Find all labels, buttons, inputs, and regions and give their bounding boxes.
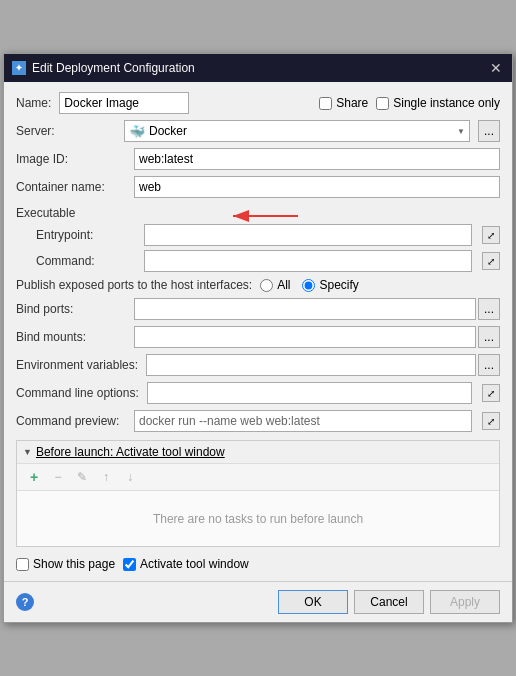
bind-ports-row: Bind ports: ...	[16, 298, 500, 320]
dialog-title: Edit Deployment Configuration	[32, 61, 195, 75]
radio-group: All Specify	[260, 278, 500, 292]
env-variables-input-group: ...	[146, 354, 500, 376]
command-label: Command:	[36, 254, 136, 268]
dropdown-arrow-icon: ▼	[457, 127, 465, 136]
radio-specify-text: Specify	[319, 278, 358, 292]
container-name-row: Container name:	[16, 176, 500, 198]
env-variables-input[interactable]	[146, 354, 476, 376]
container-name-input[interactable]	[134, 176, 500, 198]
bind-mounts-button[interactable]: ...	[478, 326, 500, 348]
entrypoint-input[interactable]	[144, 224, 472, 246]
before-launch-section: ▼ Before launch: Activate tool window + …	[16, 440, 500, 547]
entrypoint-row: Entrypoint: ⤢	[16, 224, 500, 246]
radio-all[interactable]	[260, 279, 273, 292]
bind-ports-label: Bind ports:	[16, 302, 126, 316]
remove-task-button[interactable]: −	[47, 467, 69, 487]
command-input[interactable]	[144, 250, 472, 272]
collapse-triangle-icon: ▼	[23, 447, 32, 457]
cmd-preview-label: Command preview:	[16, 414, 126, 428]
env-variables-label: Environment variables:	[16, 358, 138, 372]
options-checkboxes: Share Single instance only	[319, 96, 500, 110]
title-bar-left: ✦ Edit Deployment Configuration	[12, 61, 195, 75]
no-tasks-message: There are no tasks to run before launch	[153, 512, 363, 526]
cmd-options-expand-button[interactable]: ⤢	[482, 384, 500, 402]
cmd-options-input[interactable]	[147, 382, 472, 404]
bottom-options: Show this page Activate tool window	[16, 557, 500, 571]
button-row: ? OK Cancel Apply	[4, 581, 512, 622]
show-page-checkbox[interactable]	[16, 558, 29, 571]
command-row: Command: ⤢	[16, 250, 500, 272]
server-value: Docker	[149, 124, 187, 138]
bind-ports-input[interactable]	[134, 298, 476, 320]
radio-specify[interactable]	[302, 279, 315, 292]
name-row: Name: Share Single instance only	[16, 92, 500, 114]
cmd-options-label: Command line options:	[16, 386, 139, 400]
radio-all-label[interactable]: All	[260, 278, 290, 292]
move-up-button[interactable]: ↑	[95, 467, 117, 487]
executable-header: Executable	[16, 206, 500, 220]
bind-ports-input-group: ...	[134, 298, 500, 320]
image-id-input[interactable]	[134, 148, 500, 170]
title-bar: ✦ Edit Deployment Configuration ✕	[4, 54, 512, 82]
activate-tool-text: Activate tool window	[140, 557, 249, 571]
edit-task-button[interactable]: ✎	[71, 467, 93, 487]
bind-mounts-row: Bind mounts: ...	[16, 326, 500, 348]
name-label: Name:	[16, 96, 51, 110]
show-page-label[interactable]: Show this page	[16, 557, 115, 571]
activate-tool-label[interactable]: Activate tool window	[123, 557, 249, 571]
docker-icon: 🐳	[129, 124, 145, 139]
help-button[interactable]: ?	[16, 593, 34, 611]
edit-deployment-dialog: ✦ Edit Deployment Configuration ✕ Name: …	[3, 53, 513, 623]
ok-button[interactable]: OK	[278, 590, 348, 614]
name-input[interactable]	[59, 92, 189, 114]
single-instance-checkbox[interactable]	[376, 97, 389, 110]
close-button[interactable]: ✕	[488, 61, 504, 75]
apply-button[interactable]: Apply	[430, 590, 500, 614]
share-checkbox-label[interactable]: Share	[319, 96, 368, 110]
bind-ports-button[interactable]: ...	[478, 298, 500, 320]
add-task-button[interactable]: +	[23, 467, 45, 487]
activate-tool-checkbox[interactable]	[123, 558, 136, 571]
cmd-preview-input	[134, 410, 472, 432]
server-dropdown-inner: 🐳 Docker ▼	[129, 124, 465, 139]
before-launch-toolbar: + − ✎ ↑ ↓	[17, 464, 499, 491]
dialog-content: Name: Share Single instance only Server:	[4, 82, 512, 581]
entrypoint-expand-button[interactable]: ⤢	[482, 226, 500, 244]
cancel-button[interactable]: Cancel	[354, 590, 424, 614]
publish-ports-row: Publish exposed ports to the host interf…	[16, 278, 500, 292]
bind-mounts-input-group: ...	[134, 326, 500, 348]
single-instance-label: Single instance only	[393, 96, 500, 110]
executable-section: Executable Entrypoint: ⤢ Command: ⤢	[16, 204, 500, 272]
bind-mounts-input[interactable]	[134, 326, 476, 348]
server-label: Server:	[16, 124, 116, 138]
before-launch-content: There are no tasks to run before launch	[17, 491, 499, 546]
image-id-label: Image ID:	[16, 152, 126, 166]
server-settings-button[interactable]: ...	[478, 120, 500, 142]
image-id-row: Image ID:	[16, 148, 500, 170]
container-name-label: Container name:	[16, 180, 126, 194]
before-launch-title: Before launch: Activate tool window	[36, 445, 225, 459]
env-variables-row: Environment variables: ...	[16, 354, 500, 376]
cmd-preview-row: Command preview: ⤢	[16, 410, 500, 432]
single-instance-checkbox-label[interactable]: Single instance only	[376, 96, 500, 110]
publish-ports-label: Publish exposed ports to the host interf…	[16, 278, 252, 292]
share-label: Share	[336, 96, 368, 110]
server-row: Server: 🐳 Docker ▼ ...	[16, 120, 500, 142]
before-launch-header[interactable]: ▼ Before launch: Activate tool window	[17, 441, 499, 464]
cmd-preview-expand-button[interactable]: ⤢	[482, 412, 500, 430]
server-dropdown[interactable]: 🐳 Docker ▼	[124, 120, 470, 142]
radio-all-text: All	[277, 278, 290, 292]
cmd-options-row: Command line options: ⤢	[16, 382, 500, 404]
bind-mounts-label: Bind mounts:	[16, 330, 126, 344]
env-variables-button[interactable]: ...	[478, 354, 500, 376]
entrypoint-label: Entrypoint:	[36, 228, 136, 242]
radio-specify-label[interactable]: Specify	[302, 278, 358, 292]
show-page-text: Show this page	[33, 557, 115, 571]
move-down-button[interactable]: ↓	[119, 467, 141, 487]
command-expand-button[interactable]: ⤢	[482, 252, 500, 270]
share-checkbox[interactable]	[319, 97, 332, 110]
app-icon: ✦	[12, 61, 26, 75]
